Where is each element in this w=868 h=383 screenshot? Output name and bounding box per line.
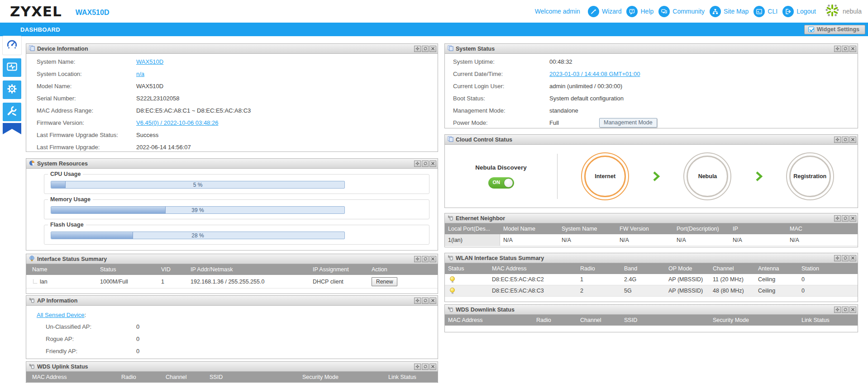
field-label: Model Name: bbox=[26, 83, 136, 90]
logout-button[interactable]: Logout bbox=[782, 6, 816, 17]
panel-title: Cloud Control Status bbox=[456, 137, 512, 143]
panel-interface-status-summary: Interface Status Summary NameStatusVIDIP… bbox=[26, 254, 438, 294]
widget-settings-gear-button[interactable] bbox=[834, 307, 841, 313]
field-value: 00:48:32 bbox=[549, 58, 572, 65]
nebula-discovery-label: Nebula Discovery bbox=[445, 164, 557, 171]
field-label: Serial Number: bbox=[26, 95, 136, 102]
widget-settings-gear-button[interactable] bbox=[834, 215, 841, 222]
field-value: System default configuration bbox=[549, 95, 624, 102]
field-label: System Uptime: bbox=[445, 58, 549, 65]
panel-controls bbox=[834, 255, 856, 261]
widget-refresh-button[interactable] bbox=[422, 46, 429, 52]
widget-close-button[interactable] bbox=[429, 298, 436, 304]
widget-settings-gear-button[interactable] bbox=[414, 46, 421, 52]
widget-settings-gear-button[interactable] bbox=[414, 298, 421, 304]
firmware-version-link[interactable]: V6.45(0) / 2022-10-06 03:48:26 bbox=[136, 119, 218, 126]
system-name-link[interactable]: WAX510D bbox=[136, 58, 163, 65]
widget-settings-gear-button[interactable] bbox=[414, 256, 421, 262]
panel-controls bbox=[834, 137, 856, 143]
widget-refresh-button[interactable] bbox=[422, 364, 429, 370]
community-button[interactable]: Community bbox=[658, 6, 705, 17]
access-point-icon bbox=[29, 297, 35, 305]
arrow-right-icon bbox=[653, 171, 660, 181]
sidebar-item-dashboard[interactable] bbox=[3, 36, 21, 55]
all-sensed-device-link[interactable]: All Sensed Device bbox=[37, 312, 85, 318]
site-map-button[interactable]: Site Map bbox=[710, 6, 749, 17]
field-label: Un-Classified AP: bbox=[26, 323, 136, 330]
wizard-icon bbox=[588, 6, 599, 17]
widget-settings-icon bbox=[808, 27, 814, 32]
help-icon: ? bbox=[626, 6, 638, 17]
panel-title: Interface Status Summary bbox=[37, 256, 107, 262]
widget-refresh-button[interactable] bbox=[842, 46, 849, 52]
widget-refresh-button[interactable] bbox=[842, 215, 849, 222]
widget-refresh-button[interactable] bbox=[842, 255, 849, 261]
field-value: admin (unlimited / 00:30:00) bbox=[549, 83, 622, 90]
model-name: WAX510D bbox=[76, 9, 110, 17]
help-button[interactable]: ? Help bbox=[626, 6, 653, 17]
panel-system-resources: System Resources CPU Usage 5 % Memory Us… bbox=[26, 158, 438, 251]
top-header: ZYXEL WAX510D Welcome admin Wizard ? Hel… bbox=[0, 0, 868, 23]
community-icon bbox=[658, 6, 670, 17]
widget-close-button[interactable] bbox=[429, 256, 436, 262]
wizard-button[interactable]: Wizard bbox=[588, 6, 622, 17]
nebula-logo-link[interactable]: nebula bbox=[825, 3, 862, 20]
widget-refresh-button[interactable] bbox=[422, 298, 429, 304]
gauge-label: CPU Usage bbox=[48, 171, 83, 177]
renew-button[interactable]: Renew bbox=[372, 277, 397, 286]
widget-close-button[interactable] bbox=[429, 161, 436, 167]
panel-wlan-interface-status-summary: WLAN Interface Status Summary StatusMAC … bbox=[444, 253, 858, 302]
gauge-label: Flash Usage bbox=[48, 222, 86, 228]
gauge-value: 28 % bbox=[51, 232, 344, 239]
widget-refresh-button[interactable] bbox=[422, 161, 429, 167]
widget-settings-gear-button[interactable] bbox=[834, 46, 841, 52]
panel-wds-downlink-status: WDS Downlink Status MAC AddressRadioChan… bbox=[444, 304, 858, 332]
widget-close-button[interactable] bbox=[849, 46, 856, 52]
widget-refresh-button[interactable] bbox=[842, 307, 849, 313]
field-value: standalone bbox=[549, 107, 578, 114]
panel-title: System Resources bbox=[37, 161, 88, 167]
widget-settings-gear-button[interactable] bbox=[414, 364, 421, 370]
field-value: 0 bbox=[136, 348, 139, 355]
widget-settings-gear-button[interactable] bbox=[834, 137, 841, 143]
svg-text:?: ? bbox=[631, 9, 633, 13]
field-label: Management Mode: bbox=[445, 107, 549, 114]
field-value: 2022-06-14 14:56:07 bbox=[136, 144, 191, 151]
widget-close-button[interactable] bbox=[429, 364, 436, 370]
widget-settings-button[interactable]: Widget Settings bbox=[804, 25, 865, 34]
welcome-text: Welcome admin bbox=[535, 8, 580, 15]
table-row: D8:EC:E5:AC:A8:C2 1 2.4G AP (MBSSID) 11 … bbox=[445, 274, 858, 285]
widget-close-button[interactable] bbox=[849, 215, 856, 222]
nebula-discovery-toggle[interactable]: ON bbox=[488, 177, 514, 189]
field-label: Boot Status: bbox=[445, 95, 549, 102]
access-point-icon bbox=[448, 254, 453, 262]
sidebar-item-maintenance[interactable] bbox=[3, 103, 21, 121]
widget-close-button[interactable] bbox=[849, 307, 856, 313]
panel-ethernet-neighbor: Ethernet Neighbor Local Port(Des...Model… bbox=[444, 213, 858, 247]
table-header: Local Port(Des...Model NameSystem NameFW… bbox=[445, 223, 858, 234]
widget-refresh-button[interactable] bbox=[842, 137, 849, 143]
field-value: Success bbox=[136, 132, 158, 138]
gauge-value: 5 % bbox=[51, 182, 344, 188]
widget-close-button[interactable] bbox=[849, 255, 856, 261]
memory-usage-gauge: Memory Usage 39 % bbox=[44, 199, 429, 219]
access-point-icon bbox=[448, 306, 453, 314]
widget-close-button[interactable] bbox=[429, 46, 436, 52]
sidebar-item-configuration[interactable] bbox=[3, 80, 21, 99]
sidebar-item-monitor[interactable] bbox=[3, 58, 21, 77]
document-icon bbox=[29, 45, 35, 53]
widget-close-button[interactable] bbox=[849, 137, 856, 143]
radio-on-bulb-icon bbox=[450, 276, 455, 281]
widget-settings-gear-button[interactable] bbox=[414, 161, 421, 167]
current-datetime-link[interactable]: 2023-01-03 / 14:44:08 GMT+01:00 bbox=[549, 71, 640, 77]
gear-icon bbox=[6, 83, 18, 97]
system-location-link[interactable]: n/a bbox=[136, 71, 144, 77]
flash-usage-gauge: Flash Usage 28 % bbox=[44, 225, 429, 245]
widget-settings-gear-button[interactable] bbox=[834, 255, 841, 261]
gauge-value: 39 % bbox=[51, 207, 344, 213]
panel-title: Ethernet Neighbor bbox=[456, 215, 505, 222]
cli-button[interactable]: CLI bbox=[754, 6, 777, 17]
widget-refresh-button[interactable] bbox=[422, 256, 429, 262]
panel-controls bbox=[414, 298, 436, 304]
field-value: 0 bbox=[136, 323, 139, 330]
